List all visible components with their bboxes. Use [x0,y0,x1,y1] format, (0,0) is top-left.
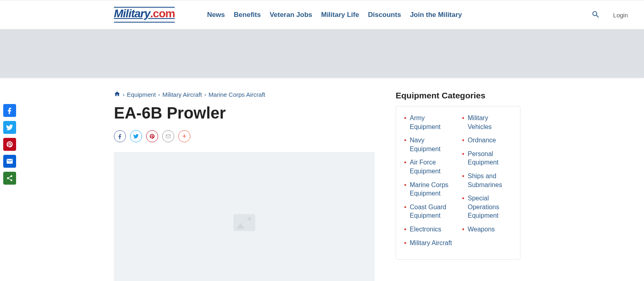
breadcrumb-home[interactable] [114,91,120,98]
cat-air-force-equipment[interactable]: Air Force Equipment [410,159,441,175]
nav-join[interactable]: Join the Military [410,11,462,19]
cat-ordnance[interactable]: Ordnance [468,137,496,144]
sidebar-title: Equipment Categories [396,91,520,100]
list-item: Special Operations Equipment [462,194,512,220]
cat-military-vehicles[interactable]: Military Vehicles [468,114,492,130]
share-email-button[interactable] [3,155,16,168]
list-item: Military Vehicles [462,114,512,131]
inline-share-more[interactable]: + [178,130,190,142]
site-header: Military.com News Benefits Veteran Jobs … [0,0,644,29]
list-item: Military Aircraft [404,239,454,248]
login-link[interactable]: Login [613,12,628,19]
category-box: Army Equipment Navy Equipment Air Force … [396,106,520,260]
twitter-icon [6,124,13,131]
twitter-icon [133,133,139,139]
cat-special-ops-equipment[interactable]: Special Operations Equipment [468,195,499,219]
breadcrumb-equipment[interactable]: Equipment [127,91,156,98]
list-item: Ships and Submarines [462,172,512,189]
inline-share-row: + [114,130,378,142]
search-button[interactable] [590,8,602,22]
cat-electronics[interactable]: Electronics [410,226,441,233]
cat-army-equipment[interactable]: Army Equipment [410,114,441,130]
plus-icon: + [182,133,187,140]
inline-share-email[interactable] [162,130,174,142]
search-icon [591,10,600,19]
inline-share-facebook[interactable] [114,130,126,142]
list-item: Marine Corps Equipment [404,181,454,198]
breadcrumb-military-aircraft[interactable]: Military Aircraft [162,91,202,98]
share-facebook-button[interactable] [3,104,16,117]
nav-veteran-jobs[interactable]: Veteran Jobs [270,11,312,19]
image-placeholder-icon [233,214,255,231]
main-nav: News Benefits Veteran Jobs Military Life… [207,11,462,19]
list-item: Army Equipment [404,114,454,131]
category-col-2: Military Vehicles Ordnance Personal Equi… [462,114,512,252]
email-icon [165,133,171,139]
sidebar: Equipment Categories Army Equipment Navy… [396,91,520,260]
cat-weapons[interactable]: Weapons [468,226,495,233]
cat-coast-guard-equipment[interactable]: Coast Guard Equipment [410,204,446,219]
category-col-1: Army Equipment Navy Equipment Air Force … [404,114,454,252]
svg-rect-0 [166,135,171,138]
list-item: Personal Equipment [462,150,512,167]
page-title: EA-6B Prowler [114,104,378,122]
breadcrumb-sep: › [204,92,206,98]
share-more-button[interactable] [3,172,16,185]
logo-suffix: .com [150,7,175,20]
nav-news[interactable]: News [207,11,225,19]
home-icon [114,91,120,97]
facebook-icon [117,133,123,139]
cat-ships-submarines[interactable]: Ships and Submarines [468,173,502,188]
logo-text: Military [114,7,150,20]
share-icon [6,175,13,182]
list-item: Ordnance [462,136,512,145]
list-item: Coast Guard Equipment [404,203,454,220]
nav-discounts[interactable]: Discounts [368,11,401,19]
inline-share-pinterest[interactable] [146,130,158,142]
breadcrumb-sep: › [123,92,124,98]
nav-benefits[interactable]: Benefits [234,11,261,19]
share-twitter-button[interactable] [3,121,16,134]
list-item: Air Force Equipment [404,158,454,175]
ad-banner [0,29,644,78]
email-icon [6,158,13,165]
breadcrumb: › Equipment › Military Aircraft › Marine… [114,91,378,98]
breadcrumb-marine-corps-aircraft[interactable]: Marine Corps Aircraft [208,91,265,98]
list-item: Navy Equipment [404,136,454,153]
nav-military-life[interactable]: Military Life [321,11,359,19]
list-item: Weapons [462,225,512,234]
share-pinterest-button[interactable] [3,138,16,151]
pinterest-icon [6,141,13,148]
site-logo[interactable]: Military.com [114,7,175,23]
floating-share-bar [3,104,16,185]
list-item: Electronics [404,225,454,234]
cat-marine-corps-equipment[interactable]: Marine Corps Equipment [410,181,448,197]
cat-military-aircraft[interactable]: Military Aircraft [410,239,452,246]
cat-personal-equipment[interactable]: Personal Equipment [468,150,499,166]
facebook-icon [6,107,13,114]
inline-share-twitter[interactable] [130,130,142,142]
pinterest-icon [149,133,155,139]
breadcrumb-sep: › [158,92,160,98]
cat-navy-equipment[interactable]: Navy Equipment [410,137,441,152]
hero-image-placeholder [114,152,375,281]
